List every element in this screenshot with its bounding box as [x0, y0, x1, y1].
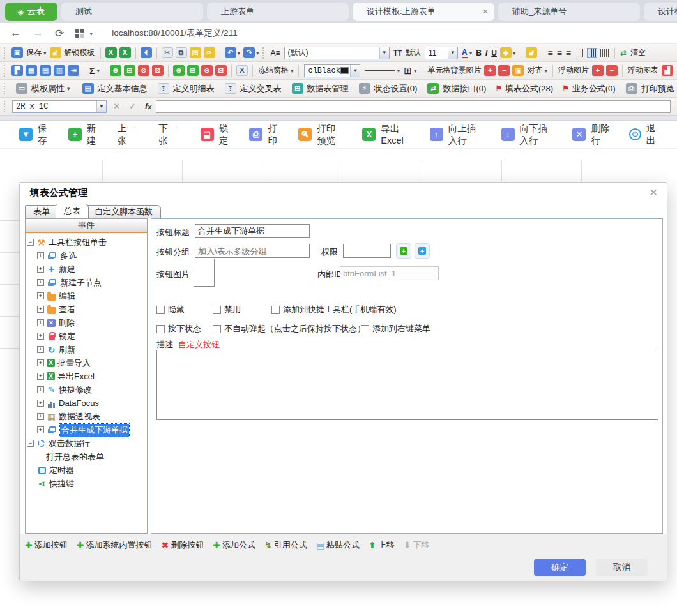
align-label[interactable]: 对齐 [527, 65, 542, 76]
add-system-button-action[interactable]: ✚ 添加系统内置按钮 [77, 539, 153, 551]
combo-dropdown-icon[interactable]: ▼ [96, 101, 106, 112]
menu-data-interface[interactable]: ⇄ 数据接口(0) [426, 83, 486, 94]
tree-node-open-master-form[interactable]: 打开总表的表单 [46, 450, 146, 463]
tree-node-quick-edit[interactable]: + ✎ 快捷修改 [37, 383, 146, 396]
menu-basic-info[interactable]: ▤ 定义基本信息 [81, 83, 148, 94]
fill-color-icon[interactable]: ◆ [500, 47, 512, 58]
freeze-dropdown-icon[interactable]: ▾ [291, 68, 294, 74]
font-default-label[interactable]: 默认 [406, 47, 421, 58]
excel-import-icon[interactable]: X [105, 47, 117, 58]
italic-icon[interactable]: I [485, 49, 487, 57]
undo-icon[interactable]: ↶ [225, 47, 236, 58]
formula-cancel-icon[interactable]: ✕ [113, 101, 120, 111]
paste-formula-action[interactable]: ▤ 粘贴公式 [316, 539, 360, 551]
valign-bottom-icon[interactable] [600, 49, 609, 57]
merge-cells-icon[interactable]: ▛ [11, 65, 23, 76]
expand-icon[interactable]: + [37, 426, 44, 433]
apps-dropdown-icon[interactable]: ▾ [89, 30, 93, 37]
autofit-icon[interactable]: ⇥ [68, 65, 79, 76]
expand-icon[interactable]: + [37, 279, 44, 286]
action-insert-row-below[interactable]: ↓向下插入行 [501, 123, 554, 147]
align-dropdown-icon[interactable]: ▾ [544, 68, 547, 74]
tree-node-merge-downstream-selected[interactable]: + 合并生成下游单据 [37, 423, 146, 437]
tab-design-template-2[interactable]: 设计模板 [644, 3, 677, 21]
permission-add-button[interactable]: + [396, 243, 411, 259]
tree-node-refresh[interactable]: + ↻ 刷新 [37, 343, 146, 356]
tree-node-datafocus[interactable]: + DataFocus [37, 396, 146, 410]
font-family-combo[interactable]: (默认) ▼ [284, 47, 390, 59]
url-text[interactable]: localhost:88/10001/表单定义/211 [112, 27, 237, 39]
delete-row-icon[interactable]: ⊗ [138, 65, 149, 76]
borders-dropdown-icon[interactable]: ▾ [414, 68, 417, 74]
excel-export-icon[interactable]: X [119, 47, 131, 58]
combo-dropdown-icon[interactable]: ▼ [379, 47, 389, 59]
float-chart-add-icon[interactable]: ▟ [662, 65, 673, 76]
tree-node-shortcut[interactable]: ⋖ 快捷键 [37, 477, 146, 490]
menu-cross-table[interactable]: ⇡ 定义交叉表 [224, 83, 282, 94]
float-image-label[interactable]: 浮动图片 [558, 65, 589, 76]
tab-custom-script[interactable]: 自定义脚本函数 [86, 205, 161, 218]
action-previous[interactable]: 上一张 [118, 123, 140, 147]
action-print[interactable]: ⎙打印 [249, 123, 279, 147]
font-color-icon[interactable]: A [462, 48, 468, 58]
menu-fill-formula[interactable]: ⚑ 填表公式(28) [495, 83, 553, 94]
clear-label[interactable]: 清空 [630, 47, 646, 58]
add-formula-action[interactable]: ✚ 添加公式 [213, 539, 255, 551]
checkbox-quick-toolbar[interactable]: 添加到快捷工具栏(手机端有效) [271, 304, 397, 315]
function-fx-icon[interactable]: fx [145, 101, 151, 111]
line-style-dropdown-icon[interactable]: ▾ [397, 68, 400, 74]
combo-dropdown-icon[interactable]: ▼ [448, 47, 457, 59]
tree-node-batch-import[interactable]: + X 批量导入 [37, 356, 146, 370]
bg-image-remove-icon[interactable]: − [498, 65, 510, 76]
menu-print-preview[interactable]: ⎙ 打印预览▾ [625, 83, 677, 94]
collapse-icon[interactable]: − [27, 239, 34, 246]
checkbox-pressed-state[interactable]: 按下状态 [156, 323, 201, 334]
tab-upstream-form[interactable]: 上游表单 [207, 3, 349, 21]
menu-data-table[interactable]: ⊞ 数据表管理 [291, 83, 349, 94]
insert-row-above-icon[interactable]: ⊕ [110, 65, 121, 76]
fill-dropdown-icon[interactable]: ▾ [513, 50, 516, 56]
collapse-icon[interactable]: − [27, 440, 34, 447]
align-right-icon[interactable]: ≡ [566, 48, 571, 58]
tree-node-timer[interactable]: 定时器 [37, 463, 146, 477]
font-color-dropdown-icon[interactable]: ▾ [469, 50, 473, 56]
tab-aux-source[interactable]: 辅助_来源单号 [498, 3, 640, 21]
table-grid-icon[interactable]: ▦ [26, 65, 37, 76]
redo-dropdown-icon[interactable]: ▾ [256, 50, 259, 56]
tree-node-export-excel[interactable]: + X 导出Excel [37, 370, 146, 383]
action-next[interactable]: 下一张 [159, 123, 181, 147]
delete-button-action[interactable]: ✖ 删除按钮 [161, 539, 204, 551]
action-delete-row[interactable]: ✕删除行 [572, 123, 609, 147]
move-up-action[interactable]: ⬆ 上移 [369, 539, 395, 551]
format-painter-icon[interactable]: ✑ [204, 47, 215, 58]
action-print-preview[interactable]: 🔍︎打印预览 [298, 123, 343, 147]
expand-icon[interactable]: + [37, 292, 44, 299]
underline-icon[interactable]: U [491, 49, 497, 57]
tree-node-delete[interactable]: + × 删除 [37, 316, 146, 329]
dialog-close-icon[interactable]: ✕ [650, 186, 658, 199]
freeze-panes-label[interactable]: 冻结窗格 [258, 65, 289, 76]
checkbox-hidden[interactable]: 隐藏 [156, 304, 185, 315]
checkbox-no-auto-release[interactable]: 不自动弹起（点击之后保持按下状态） [213, 323, 365, 334]
tab-design-template-active[interactable]: 设计模板:上游表单 × [353, 3, 494, 21]
checkbox-context-menu[interactable]: 添加到右键菜单 [361, 323, 430, 334]
expand-icon[interactable]: + [37, 333, 44, 340]
float-image-add-icon[interactable]: + [592, 65, 604, 76]
add-button-action[interactable]: ✚ 添加按钮 [25, 539, 68, 551]
redo-icon[interactable]: ↷ [243, 47, 255, 58]
ok-button[interactable]: 确定 [534, 559, 586, 576]
formula-input[interactable] [156, 100, 671, 113]
save-label[interactable]: 保存 [26, 47, 42, 58]
tree-node-new[interactable]: + + 新建 [37, 262, 146, 276]
align-left-icon[interactable]: ≡ [547, 48, 552, 58]
expand-icon[interactable]: + [37, 306, 44, 313]
permission-input[interactable] [343, 244, 391, 258]
valign-top-icon[interactable] [575, 49, 584, 57]
button-title-input[interactable] [195, 224, 310, 238]
cut-icon[interactable]: ✂ [162, 47, 173, 58]
permission-clear-button[interactable]: ✦ [415, 243, 430, 259]
tab-form[interactable]: 表单 [25, 205, 58, 218]
tree-node-dblclick-row[interactable]: − 双击数据行 [27, 437, 146, 450]
refresh-icon[interactable]: ⟳ [55, 27, 64, 40]
save-dropdown-icon[interactable]: ▾ [43, 50, 47, 56]
